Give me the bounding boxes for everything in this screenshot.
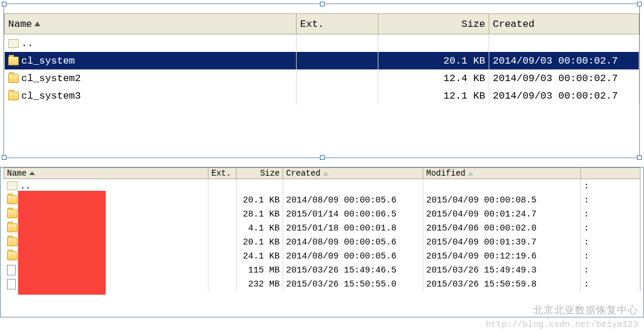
col-size-label: Size [461, 19, 485, 30]
cell-modified: 2015/04/09 00:00:08.5 [423, 193, 581, 207]
sort-icon [468, 172, 474, 176]
cell-created: 2014/08/09 00:00:05.6 [283, 193, 423, 207]
sort-asc-icon [29, 172, 35, 175]
file-icon [7, 265, 16, 275]
cell-size: 4.1 KB [236, 221, 283, 235]
col-extra[interactable] [581, 168, 640, 179]
cell-ext [208, 277, 236, 291]
cell-extra: : [581, 277, 640, 291]
bottom-file-panel: Name Ext. Size Created Modified ..:20.1 … [0, 167, 644, 317]
cell-name: .. [5, 34, 297, 53]
col-ext-label: Ext. [211, 169, 231, 178]
cell-size [236, 179, 283, 194]
col-name-label: Name [8, 19, 32, 30]
cell-extra: : [581, 207, 640, 221]
cell-ext [297, 69, 378, 87]
cell-modified: 2015/04/09 00:01:39.7 [423, 235, 581, 249]
cell-modified: 2015/04/09 00:01:24.7 [423, 207, 581, 221]
cell-extra: : [581, 193, 640, 207]
cell-ext [297, 87, 378, 104]
cell-size: 20.1 KB [378, 52, 489, 69]
cell-created: 2014/09/03 00:00:02.7 [489, 52, 639, 69]
file-icon [7, 279, 16, 289]
cell-created: 2014/09/03 00:00:02.7 [489, 87, 639, 104]
cell-ext [208, 249, 236, 263]
cell-created: 2015/03/26 15:50:55.0 [283, 277, 423, 291]
sort-asc-icon [34, 22, 40, 26]
table-row[interactable]: cl_system212.4 KB2014/09/03 00:00:02.7 [5, 69, 639, 87]
selection-handle[interactable] [637, 2, 642, 6]
cell-size: 20.1 KB [236, 193, 283, 207]
cell-extra: : [581, 235, 640, 249]
col-ext[interactable]: Ext. [208, 168, 236, 179]
col-ext-label: Ext. [300, 19, 324, 30]
selection-handle[interactable] [637, 155, 642, 160]
cell-extra: : [581, 263, 640, 277]
table-row[interactable]: cl_system312.1 KB2014/09/03 00:00:02.7 [5, 87, 639, 104]
cell-ext [208, 235, 236, 249]
col-size[interactable]: Size [236, 168, 283, 179]
cell-size: 12.1 KB [378, 87, 489, 104]
cell-modified: 2015/03/26 15:50:59.8 [423, 277, 581, 291]
top-file-panel: Name Ext. Size Created ..cl_system20.1 K… [4, 4, 640, 158]
file-name: cl_system3 [22, 90, 81, 102]
cell-ext [208, 193, 236, 207]
folder-icon [7, 251, 18, 260]
cell-created: 2015/01/14 00:00:06.5 [283, 207, 423, 221]
selection-handle[interactable] [2, 2, 6, 6]
sort-icon [323, 172, 329, 176]
table-row[interactable]: cl_system20.1 KB2014/09/03 00:00:02.7 [5, 52, 639, 69]
folder-icon [8, 74, 19, 83]
cell-ext [208, 221, 236, 235]
col-name-label: Name [7, 169, 27, 178]
col-name[interactable]: Name [5, 14, 297, 34]
cell-size: 20.1 KB [236, 235, 283, 249]
watermark-url: http://blog.csdn.net/beiya123 [486, 320, 638, 330]
cell-size: 24.1 KB [236, 249, 283, 263]
selection-handle[interactable] [320, 155, 325, 160]
cell-name: cl_system3 [5, 87, 297, 104]
parent-folder-icon [7, 181, 18, 190]
col-created-label: Created [286, 169, 321, 178]
col-created[interactable]: Created [283, 168, 423, 179]
folder-icon [7, 209, 18, 218]
selection-handle[interactable] [2, 155, 6, 160]
cell-size: 232 MB [236, 277, 283, 291]
cell-created: 2014/08/09 00:00:05.6 [283, 235, 423, 249]
top-file-table: Name Ext. Size Created ..cl_system20.1 K… [4, 13, 639, 104]
table-row[interactable]: .. [5, 34, 639, 53]
redaction-block [18, 191, 106, 295]
cell-created [489, 34, 639, 53]
col-size[interactable]: Size [378, 14, 489, 34]
cell-size [378, 34, 489, 53]
col-modified-label: Modified [426, 169, 465, 178]
col-modified[interactable]: Modified [423, 168, 581, 179]
cell-ext [297, 52, 378, 69]
col-created[interactable]: Created [489, 14, 639, 34]
cell-extra: : [581, 221, 640, 235]
parent-folder-icon [8, 39, 19, 48]
col-created-label: Created [493, 19, 534, 30]
cell-ext [208, 263, 236, 277]
cell-extra: : [581, 179, 640, 194]
selection-handle[interactable] [320, 2, 325, 6]
cell-modified: 2015/04/09 00:12:19.6 [423, 249, 581, 263]
file-name: cl_system [22, 55, 75, 67]
folder-icon [7, 237, 18, 246]
col-ext[interactable]: Ext. [297, 14, 378, 34]
cell-modified: 2015/04/06 00:00:02.0 [423, 221, 581, 235]
cell-created [283, 179, 423, 194]
cell-size: 115 MB [236, 263, 283, 277]
folder-icon [7, 195, 18, 204]
cell-ext [208, 207, 236, 221]
cell-created: 2015/01/18 00:00:01.8 [283, 221, 423, 235]
cell-modified [423, 179, 581, 194]
cell-size: 12.4 KB [378, 69, 489, 87]
cell-ext [208, 179, 236, 194]
cell-extra: : [581, 249, 640, 263]
cell-created: 2015/03/26 15:49:46.5 [283, 263, 423, 277]
cell-name: cl_system [5, 52, 297, 69]
cell-size: 28.1 KB [236, 207, 283, 221]
col-name[interactable]: Name [4, 168, 208, 179]
file-name: cl_system2 [22, 73, 81, 84]
